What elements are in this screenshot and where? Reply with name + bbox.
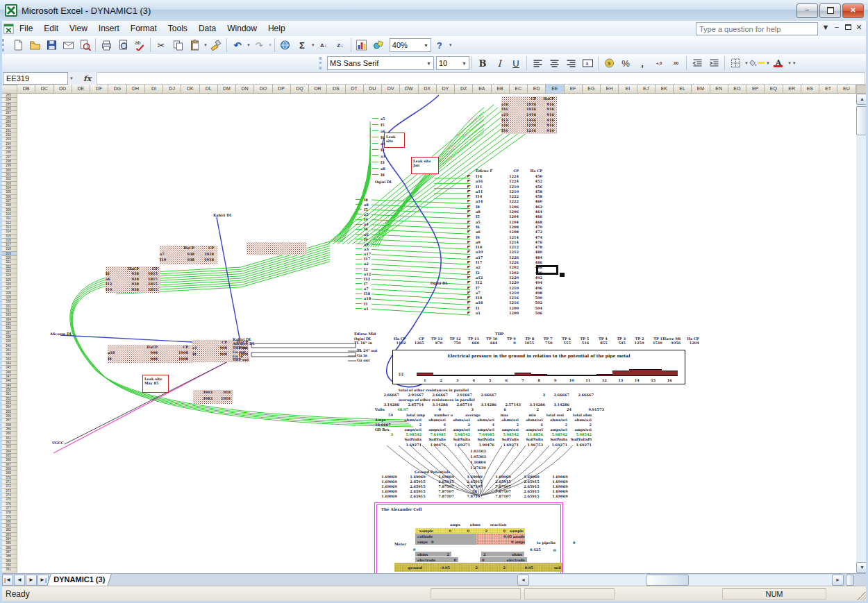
column-header[interactable]: DF xyxy=(90,85,108,94)
autosum-button[interactable]: Σ xyxy=(294,37,310,53)
format-painter-button[interactable] xyxy=(208,37,224,53)
next-sheet-button[interactable]: ► xyxy=(26,575,37,586)
paste-button[interactable] xyxy=(186,37,203,53)
zoom-combo[interactable]: 40%▼ xyxy=(390,38,431,52)
toolbar-grip[interactable] xyxy=(319,57,325,69)
column-header[interactable]: DU xyxy=(364,85,382,94)
chart-wizard-button[interactable] xyxy=(353,37,370,53)
font-color-button[interactable]: A xyxy=(770,56,787,71)
sheet-canvas[interactable]: CPHoCPa161916916I161916916a131416916I131… xyxy=(17,94,856,573)
menu-item[interactable]: Help xyxy=(262,22,291,35)
drawing-button[interactable] xyxy=(370,37,387,53)
column-header[interactable]: DH xyxy=(127,85,145,94)
column-header[interactable]: EJ xyxy=(637,85,656,94)
align-right-button[interactable] xyxy=(562,56,579,71)
leak-site-callout-3[interactable]: Leak site May 85 xyxy=(142,375,169,393)
dither-block-plain[interactable] xyxy=(247,242,306,255)
menu-item[interactable]: Edit xyxy=(38,22,64,35)
decrease-indent-button[interactable] xyxy=(689,56,706,71)
increase-decimal-button[interactable]: +.0 xyxy=(651,56,667,71)
column-header[interactable]: EE xyxy=(546,85,564,94)
menu-item[interactable]: Data xyxy=(193,22,222,35)
alexander-cell-box[interactable]: The Alexander Cell ampsohmsreaction samp… xyxy=(376,504,561,573)
align-left-button[interactable] xyxy=(529,56,546,71)
column-header[interactable]: DL xyxy=(200,85,218,94)
column-header[interactable]: EG xyxy=(583,85,601,94)
black-rectangle-shape[interactable] xyxy=(536,265,558,275)
column-header[interactable]: ER xyxy=(783,85,801,94)
menu-item[interactable]: Format xyxy=(125,22,162,35)
dither-table-mid2[interactable]: HaCPCPI69381815a69381815I129381815I10938… xyxy=(106,266,160,293)
copy-button[interactable] xyxy=(169,37,186,53)
fill-color-button[interactable] xyxy=(749,56,765,71)
column-header[interactable]: DB xyxy=(17,85,35,94)
column-header[interactable]: DP xyxy=(273,85,291,94)
merge-center-button[interactable]: a xyxy=(579,56,596,71)
menu-item[interactable]: Window xyxy=(222,22,262,35)
print-preview-button[interactable] xyxy=(115,37,131,53)
column-header[interactable]: DK xyxy=(181,85,199,94)
sheet-tab-active[interactable]: DYNAMIC1 (3) xyxy=(47,574,112,586)
more-buttons-icon[interactable]: ▼ xyxy=(449,43,453,47)
undo-button[interactable]: ↶ xyxy=(229,37,246,53)
column-header[interactable]: DI xyxy=(145,85,163,94)
column-header[interactable]: EC xyxy=(510,85,528,94)
increase-indent-button[interactable] xyxy=(706,56,722,71)
column-header[interactable]: DD xyxy=(54,85,72,94)
save-button[interactable] xyxy=(43,37,60,53)
fx-icon[interactable]: fx xyxy=(83,74,91,83)
redo-dropdown-icon[interactable]: ▼ xyxy=(268,43,272,47)
menu-item[interactable]: Insert xyxy=(93,22,125,35)
align-center-button[interactable] xyxy=(546,56,562,71)
column-header[interactable]: DQ xyxy=(291,85,309,94)
doc-close-button[interactable]: ✕ xyxy=(853,23,865,32)
column-header[interactable]: DG xyxy=(108,85,126,94)
column-header[interactable]: DJ xyxy=(163,85,181,94)
column-header[interactable]: EH xyxy=(601,85,619,94)
toolbar-grip[interactable] xyxy=(2,39,8,51)
column-header[interactable]: EL xyxy=(674,85,692,94)
dither-table-low3[interactable]: 390391839831918 xyxy=(193,390,233,404)
column-header[interactable]: EB xyxy=(492,85,510,94)
italic-button[interactable]: I xyxy=(491,56,508,71)
column-header[interactable]: DY xyxy=(437,85,455,94)
search-button[interactable] xyxy=(76,37,93,53)
select-all-corner[interactable] xyxy=(0,85,17,94)
namebox-dropdown-icon[interactable]: ▼ xyxy=(69,76,74,80)
resize-grip[interactable] xyxy=(857,591,867,600)
decrease-decimal-button[interactable]: .00 xyxy=(667,56,684,71)
first-sheet-button[interactable]: |◄ xyxy=(2,575,13,586)
sort-ascending-button[interactable]: A↓ xyxy=(315,37,332,53)
restore-button[interactable] xyxy=(819,3,841,18)
column-header[interactable]: EI xyxy=(619,85,637,94)
minimize-button[interactable]: − xyxy=(796,3,818,18)
underline-button[interactable]: U xyxy=(508,56,524,71)
leak-site-callout-1[interactable]: Leak site xyxy=(384,133,405,148)
embedded-chart[interactable]: Electrical pressure in the ground in rel… xyxy=(392,350,685,384)
column-header[interactable]: DO xyxy=(254,85,272,94)
email-button[interactable] xyxy=(60,37,76,53)
black-square-shape[interactable] xyxy=(560,273,565,277)
autosum-dropdown-icon[interactable]: ▼ xyxy=(311,43,315,47)
column-header[interactable]: DZ xyxy=(455,85,473,94)
menu-item[interactable]: View xyxy=(64,22,93,35)
column-header[interactable]: EQ xyxy=(765,85,783,94)
dither-table-topright[interactable]: CPHoCPa161916916I161916916a131416916I131… xyxy=(501,96,557,134)
dither-table-low1[interactable]: HaCPCPa189081908I89081908 xyxy=(108,345,192,363)
help-button[interactable]: ? xyxy=(431,37,448,53)
column-header[interactable]: DN xyxy=(236,85,254,94)
column-header[interactable]: EK xyxy=(656,85,674,94)
open-button[interactable] xyxy=(26,37,43,53)
help-question-input[interactable] xyxy=(696,22,818,35)
bold-button[interactable]: B xyxy=(474,56,491,71)
column-header[interactable]: DC xyxy=(35,85,53,94)
tab-split-handle[interactable] xyxy=(846,575,854,586)
column-header[interactable]: ET xyxy=(819,85,837,94)
more-buttons-icon[interactable]: ▼ xyxy=(792,61,796,65)
prev-sheet-button[interactable]: ◄ xyxy=(14,575,25,586)
column-header[interactable]: DR xyxy=(309,85,327,94)
comma-button[interactable]: , xyxy=(634,56,651,71)
column-header[interactable]: DW xyxy=(400,85,418,94)
column-header[interactable]: ED xyxy=(528,85,546,94)
hyperlink-button[interactable] xyxy=(277,37,294,53)
